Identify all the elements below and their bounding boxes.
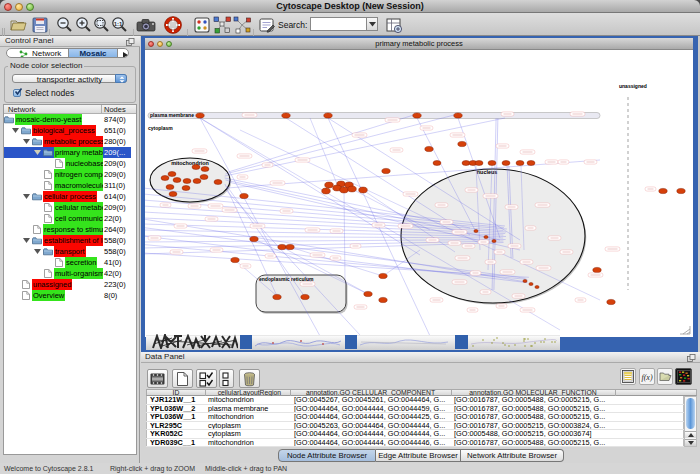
svg-text:f(x): f(x)	[641, 373, 652, 382]
svg-text:endoplasmic reticulum: endoplasmic reticulum	[259, 276, 314, 282]
svg-text:mitochondrion: mitochondrion	[171, 160, 209, 166]
svg-text:cytoplasm: cytoplasm	[148, 125, 173, 131]
svg-text:nucleus: nucleus	[477, 169, 497, 175]
svg-text:plasma membrane: plasma membrane	[150, 112, 194, 118]
svg-text:1:1: 1:1	[114, 21, 123, 27]
svg-text:unassigned: unassigned	[619, 83, 647, 89]
